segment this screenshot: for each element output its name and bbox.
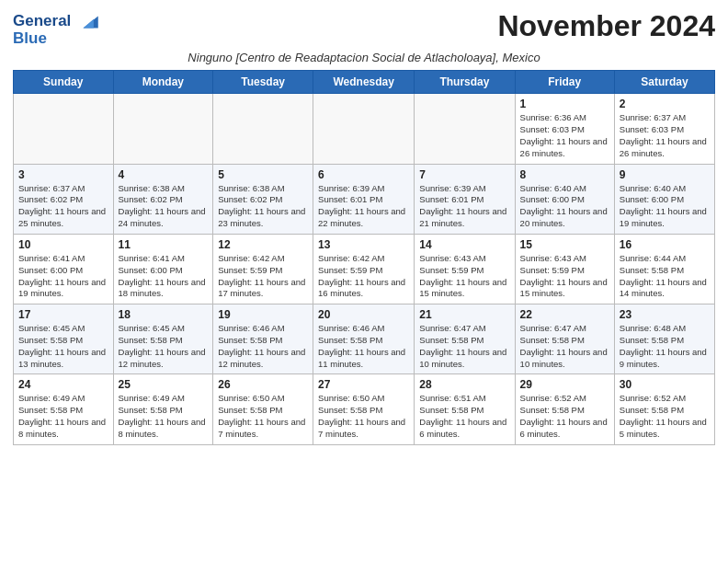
day-info: Sunrise: 6:41 AMSunset: 6:00 PMDaylight:… [18, 253, 108, 300]
day-number: 26 [218, 378, 308, 391]
logo-text-block: General Blue [13, 13, 101, 47]
page: General Blue November 2024 Ninguno [Cent… [0, 0, 728, 454]
day-cell: 7Sunrise: 6:39 AMSunset: 6:01 PMDaylight… [415, 164, 515, 234]
day-cell: 22Sunrise: 6:47 AMSunset: 5:58 PMDayligh… [515, 304, 614, 374]
day-cell: 24Sunrise: 6:49 AMSunset: 5:58 PMDayligh… [14, 374, 114, 444]
day-cell: 26Sunrise: 6:50 AMSunset: 5:58 PMDayligh… [213, 374, 313, 444]
weekday-header-sunday: Sunday [14, 71, 114, 94]
day-info: Sunrise: 6:45 AMSunset: 5:58 PMDaylight:… [119, 323, 209, 370]
logo: General Blue [13, 13, 101, 47]
day-number: 8 [520, 168, 609, 181]
day-number: 19 [218, 308, 308, 321]
day-number: 2 [620, 98, 710, 110]
day-cell [313, 94, 415, 164]
weekday-header-row: SundayMondayTuesdayWednesdayThursdayFrid… [14, 71, 715, 94]
day-info: Sunrise: 6:36 AMSunset: 6:03 PMDaylight:… [520, 112, 609, 159]
day-cell: 4Sunrise: 6:38 AMSunset: 6:02 PMDaylight… [113, 164, 213, 234]
calendar-body: 1Sunrise: 6:36 AMSunset: 6:03 PMDaylight… [14, 94, 715, 444]
day-number: 3 [18, 168, 108, 181]
day-cell: 14Sunrise: 6:43 AMSunset: 5:59 PMDayligh… [415, 234, 515, 304]
day-info: Sunrise: 6:47 AMSunset: 5:58 PMDaylight:… [419, 323, 509, 370]
day-info: Sunrise: 6:39 AMSunset: 6:01 PMDaylight:… [419, 183, 509, 230]
calendar-header: SundayMondayTuesdayWednesdayThursdayFrid… [14, 71, 715, 94]
day-number: 14 [419, 238, 509, 251]
day-cell: 30Sunrise: 6:52 AMSunset: 5:58 PMDayligh… [614, 374, 714, 444]
header-row: General Blue November 2024 [13, 9, 715, 47]
day-info: Sunrise: 6:42 AMSunset: 5:59 PMDaylight:… [218, 253, 308, 300]
subtitle: Ninguno [Centro de Readaptacion Social d… [13, 51, 715, 64]
week-row-2: 3Sunrise: 6:37 AMSunset: 6:02 PMDaylight… [14, 164, 715, 234]
day-cell [415, 94, 515, 164]
day-cell: 10Sunrise: 6:41 AMSunset: 6:00 PMDayligh… [14, 234, 114, 304]
day-info: Sunrise: 6:50 AMSunset: 5:58 PMDaylight:… [318, 393, 409, 440]
day-cell: 17Sunrise: 6:45 AMSunset: 5:58 PMDayligh… [14, 304, 114, 374]
day-cell: 5Sunrise: 6:38 AMSunset: 6:02 PMDaylight… [213, 164, 313, 234]
day-cell: 3Sunrise: 6:37 AMSunset: 6:02 PMDaylight… [14, 164, 114, 234]
day-info: Sunrise: 6:49 AMSunset: 5:58 PMDaylight:… [119, 393, 209, 440]
svg-marker-1 [84, 18, 94, 28]
day-info: Sunrise: 6:50 AMSunset: 5:58 PMDaylight:… [218, 393, 308, 440]
day-number: 17 [18, 308, 108, 321]
day-info: Sunrise: 6:51 AMSunset: 5:58 PMDaylight:… [419, 393, 509, 440]
day-number: 28 [419, 378, 509, 391]
day-cell: 6Sunrise: 6:39 AMSunset: 6:01 PMDaylight… [313, 164, 415, 234]
weekday-header-saturday: Saturday [614, 71, 714, 94]
day-info: Sunrise: 6:52 AMSunset: 5:58 PMDaylight:… [620, 393, 710, 440]
week-row-5: 24Sunrise: 6:49 AMSunset: 5:58 PMDayligh… [14, 374, 715, 444]
day-cell: 16Sunrise: 6:44 AMSunset: 5:58 PMDayligh… [614, 234, 714, 304]
day-cell: 21Sunrise: 6:47 AMSunset: 5:58 PMDayligh… [415, 304, 515, 374]
day-info: Sunrise: 6:48 AMSunset: 5:58 PMDaylight:… [620, 323, 710, 370]
day-number: 10 [18, 238, 108, 251]
day-number: 1 [520, 98, 609, 110]
day-info: Sunrise: 6:43 AMSunset: 5:59 PMDaylight:… [520, 253, 609, 300]
day-cell: 15Sunrise: 6:43 AMSunset: 5:59 PMDayligh… [515, 234, 614, 304]
day-cell: 12Sunrise: 6:42 AMSunset: 5:59 PMDayligh… [213, 234, 313, 304]
day-number: 24 [18, 378, 108, 391]
day-cell: 8Sunrise: 6:40 AMSunset: 6:00 PMDaylight… [515, 164, 614, 234]
day-number: 23 [620, 308, 710, 321]
week-row-3: 10Sunrise: 6:41 AMSunset: 6:00 PMDayligh… [14, 234, 715, 304]
day-info: Sunrise: 6:38 AMSunset: 6:02 PMDaylight:… [119, 183, 209, 230]
day-cell: 13Sunrise: 6:42 AMSunset: 5:59 PMDayligh… [313, 234, 415, 304]
day-number: 22 [520, 308, 609, 321]
day-cell [14, 94, 114, 164]
day-number: 27 [318, 378, 409, 391]
weekday-header-thursday: Thursday [415, 71, 515, 94]
day-number: 11 [119, 238, 209, 251]
day-number: 12 [218, 238, 308, 251]
day-info: Sunrise: 6:43 AMSunset: 5:59 PMDaylight:… [419, 253, 509, 300]
day-number: 18 [119, 308, 209, 321]
day-cell: 9Sunrise: 6:40 AMSunset: 6:00 PMDaylight… [614, 164, 714, 234]
day-number: 25 [119, 378, 209, 391]
day-info: Sunrise: 6:45 AMSunset: 5:58 PMDaylight:… [18, 323, 108, 370]
day-cell: 23Sunrise: 6:48 AMSunset: 5:58 PMDayligh… [614, 304, 714, 374]
day-number: 7 [419, 168, 509, 181]
day-info: Sunrise: 6:38 AMSunset: 6:02 PMDaylight:… [218, 183, 308, 230]
day-number: 30 [620, 378, 710, 391]
day-info: Sunrise: 6:39 AMSunset: 6:01 PMDaylight:… [318, 183, 409, 230]
day-info: Sunrise: 6:42 AMSunset: 5:59 PMDaylight:… [318, 253, 409, 300]
day-cell: 19Sunrise: 6:46 AMSunset: 5:58 PMDayligh… [213, 304, 313, 374]
day-number: 4 [119, 168, 209, 181]
day-info: Sunrise: 6:40 AMSunset: 6:00 PMDaylight:… [520, 183, 609, 230]
day-cell: 11Sunrise: 6:41 AMSunset: 6:00 PMDayligh… [113, 234, 213, 304]
day-cell: 25Sunrise: 6:49 AMSunset: 5:58 PMDayligh… [113, 374, 213, 444]
day-number: 15 [520, 238, 609, 251]
day-cell [213, 94, 313, 164]
day-cell: 2Sunrise: 6:37 AMSunset: 6:03 PMDaylight… [614, 94, 714, 164]
day-info: Sunrise: 6:44 AMSunset: 5:58 PMDaylight:… [620, 253, 710, 300]
day-info: Sunrise: 6:52 AMSunset: 5:58 PMDaylight:… [520, 393, 609, 440]
week-row-1: 1Sunrise: 6:36 AMSunset: 6:03 PMDaylight… [14, 94, 715, 164]
day-info: Sunrise: 6:49 AMSunset: 5:58 PMDaylight:… [18, 393, 108, 440]
weekday-header-wednesday: Wednesday [313, 71, 415, 94]
day-info: Sunrise: 6:46 AMSunset: 5:58 PMDaylight:… [318, 323, 409, 370]
day-number: 21 [419, 308, 509, 321]
logo-text: General Blue [13, 13, 101, 47]
day-info: Sunrise: 6:46 AMSunset: 5:58 PMDaylight:… [218, 323, 308, 370]
day-cell: 27Sunrise: 6:50 AMSunset: 5:58 PMDayligh… [313, 374, 415, 444]
weekday-header-friday: Friday [515, 71, 614, 94]
day-number: 9 [620, 168, 710, 181]
day-cell: 29Sunrise: 6:52 AMSunset: 5:58 PMDayligh… [515, 374, 614, 444]
weekday-header-monday: Monday [113, 71, 213, 94]
day-cell: 18Sunrise: 6:45 AMSunset: 5:58 PMDayligh… [113, 304, 213, 374]
